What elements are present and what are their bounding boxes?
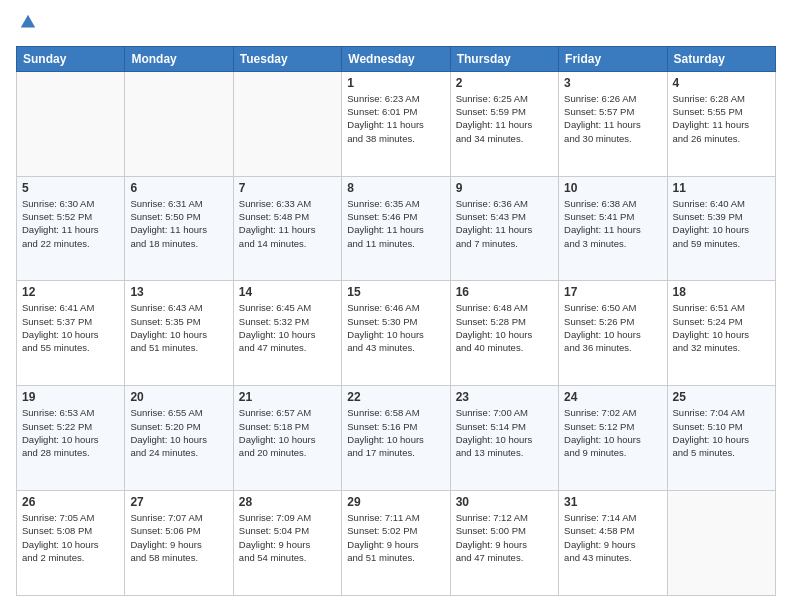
calendar-cell: 23Sunrise: 7:00 AM Sunset: 5:14 PM Dayli… <box>450 386 558 491</box>
day-number: 29 <box>347 495 444 509</box>
calendar-cell: 16Sunrise: 6:48 AM Sunset: 5:28 PM Dayli… <box>450 281 558 386</box>
calendar-cell: 25Sunrise: 7:04 AM Sunset: 5:10 PM Dayli… <box>667 386 775 491</box>
calendar-cell <box>233 71 341 176</box>
day-info: Sunrise: 6:33 AM Sunset: 5:48 PM Dayligh… <box>239 197 336 250</box>
day-number: 16 <box>456 285 553 299</box>
calendar-cell: 5Sunrise: 6:30 AM Sunset: 5:52 PM Daylig… <box>17 176 125 281</box>
day-number: 10 <box>564 181 661 195</box>
day-info: Sunrise: 6:35 AM Sunset: 5:46 PM Dayligh… <box>347 197 444 250</box>
calendar-cell: 13Sunrise: 6:43 AM Sunset: 5:35 PM Dayli… <box>125 281 233 386</box>
day-info: Sunrise: 6:48 AM Sunset: 5:28 PM Dayligh… <box>456 301 553 354</box>
logo <box>16 16 37 36</box>
day-number: 30 <box>456 495 553 509</box>
day-number: 8 <box>347 181 444 195</box>
day-info: Sunrise: 7:14 AM Sunset: 4:58 PM Dayligh… <box>564 511 661 564</box>
day-number: 9 <box>456 181 553 195</box>
day-number: 27 <box>130 495 227 509</box>
day-number: 21 <box>239 390 336 404</box>
week-row-5: 26Sunrise: 7:05 AM Sunset: 5:08 PM Dayli… <box>17 491 776 596</box>
day-number: 31 <box>564 495 661 509</box>
calendar-cell: 15Sunrise: 6:46 AM Sunset: 5:30 PM Dayli… <box>342 281 450 386</box>
day-info: Sunrise: 7:00 AM Sunset: 5:14 PM Dayligh… <box>456 406 553 459</box>
day-number: 14 <box>239 285 336 299</box>
week-row-3: 12Sunrise: 6:41 AM Sunset: 5:37 PM Dayli… <box>17 281 776 386</box>
calendar-cell: 8Sunrise: 6:35 AM Sunset: 5:46 PM Daylig… <box>342 176 450 281</box>
calendar-cell: 20Sunrise: 6:55 AM Sunset: 5:20 PM Dayli… <box>125 386 233 491</box>
day-info: Sunrise: 7:09 AM Sunset: 5:04 PM Dayligh… <box>239 511 336 564</box>
day-number: 23 <box>456 390 553 404</box>
col-friday: Friday <box>559 46 667 71</box>
day-info: Sunrise: 7:02 AM Sunset: 5:12 PM Dayligh… <box>564 406 661 459</box>
day-info: Sunrise: 7:07 AM Sunset: 5:06 PM Dayligh… <box>130 511 227 564</box>
day-number: 6 <box>130 181 227 195</box>
calendar-cell: 9Sunrise: 6:36 AM Sunset: 5:43 PM Daylig… <box>450 176 558 281</box>
day-number: 25 <box>673 390 770 404</box>
calendar-cell: 1Sunrise: 6:23 AM Sunset: 6:01 PM Daylig… <box>342 71 450 176</box>
calendar-cell: 17Sunrise: 6:50 AM Sunset: 5:26 PM Dayli… <box>559 281 667 386</box>
day-number: 20 <box>130 390 227 404</box>
header <box>16 16 776 36</box>
day-number: 15 <box>347 285 444 299</box>
calendar-cell: 7Sunrise: 6:33 AM Sunset: 5:48 PM Daylig… <box>233 176 341 281</box>
day-info: Sunrise: 6:31 AM Sunset: 5:50 PM Dayligh… <box>130 197 227 250</box>
day-info: Sunrise: 6:26 AM Sunset: 5:57 PM Dayligh… <box>564 92 661 145</box>
day-info: Sunrise: 6:38 AM Sunset: 5:41 PM Dayligh… <box>564 197 661 250</box>
day-number: 2 <box>456 76 553 90</box>
calendar-cell: 30Sunrise: 7:12 AM Sunset: 5:00 PM Dayli… <box>450 491 558 596</box>
calendar-cell: 29Sunrise: 7:11 AM Sunset: 5:02 PM Dayli… <box>342 491 450 596</box>
col-saturday: Saturday <box>667 46 775 71</box>
day-info: Sunrise: 6:28 AM Sunset: 5:55 PM Dayligh… <box>673 92 770 145</box>
day-info: Sunrise: 7:12 AM Sunset: 5:00 PM Dayligh… <box>456 511 553 564</box>
day-number: 7 <box>239 181 336 195</box>
logo-text <box>16 16 37 36</box>
calendar-cell: 11Sunrise: 6:40 AM Sunset: 5:39 PM Dayli… <box>667 176 775 281</box>
day-number: 26 <box>22 495 119 509</box>
day-info: Sunrise: 7:11 AM Sunset: 5:02 PM Dayligh… <box>347 511 444 564</box>
day-info: Sunrise: 6:53 AM Sunset: 5:22 PM Dayligh… <box>22 406 119 459</box>
day-number: 1 <box>347 76 444 90</box>
day-info: Sunrise: 6:36 AM Sunset: 5:43 PM Dayligh… <box>456 197 553 250</box>
day-info: Sunrise: 6:23 AM Sunset: 6:01 PM Dayligh… <box>347 92 444 145</box>
calendar-cell: 26Sunrise: 7:05 AM Sunset: 5:08 PM Dayli… <box>17 491 125 596</box>
day-number: 18 <box>673 285 770 299</box>
day-number: 11 <box>673 181 770 195</box>
calendar-cell: 24Sunrise: 7:02 AM Sunset: 5:12 PM Dayli… <box>559 386 667 491</box>
day-info: Sunrise: 6:58 AM Sunset: 5:16 PM Dayligh… <box>347 406 444 459</box>
day-info: Sunrise: 7:05 AM Sunset: 5:08 PM Dayligh… <box>22 511 119 564</box>
day-info: Sunrise: 7:04 AM Sunset: 5:10 PM Dayligh… <box>673 406 770 459</box>
col-wednesday: Wednesday <box>342 46 450 71</box>
calendar-cell: 22Sunrise: 6:58 AM Sunset: 5:16 PM Dayli… <box>342 386 450 491</box>
calendar-cell <box>125 71 233 176</box>
calendar-cell: 18Sunrise: 6:51 AM Sunset: 5:24 PM Dayli… <box>667 281 775 386</box>
svg-marker-0 <box>21 15 35 28</box>
calendar-cell: 27Sunrise: 7:07 AM Sunset: 5:06 PM Dayli… <box>125 491 233 596</box>
week-row-2: 5Sunrise: 6:30 AM Sunset: 5:52 PM Daylig… <box>17 176 776 281</box>
col-sunday: Sunday <box>17 46 125 71</box>
day-number: 3 <box>564 76 661 90</box>
day-info: Sunrise: 6:43 AM Sunset: 5:35 PM Dayligh… <box>130 301 227 354</box>
calendar-table: Sunday Monday Tuesday Wednesday Thursday… <box>16 46 776 596</box>
calendar-cell <box>667 491 775 596</box>
col-monday: Monday <box>125 46 233 71</box>
day-info: Sunrise: 6:25 AM Sunset: 5:59 PM Dayligh… <box>456 92 553 145</box>
calendar-cell: 28Sunrise: 7:09 AM Sunset: 5:04 PM Dayli… <box>233 491 341 596</box>
day-info: Sunrise: 6:57 AM Sunset: 5:18 PM Dayligh… <box>239 406 336 459</box>
day-number: 22 <box>347 390 444 404</box>
day-number: 19 <box>22 390 119 404</box>
day-info: Sunrise: 6:46 AM Sunset: 5:30 PM Dayligh… <box>347 301 444 354</box>
calendar-cell: 12Sunrise: 6:41 AM Sunset: 5:37 PM Dayli… <box>17 281 125 386</box>
logo-icon <box>19 13 37 31</box>
calendar-cell: 31Sunrise: 7:14 AM Sunset: 4:58 PM Dayli… <box>559 491 667 596</box>
day-info: Sunrise: 6:45 AM Sunset: 5:32 PM Dayligh… <box>239 301 336 354</box>
day-info: Sunrise: 6:41 AM Sunset: 5:37 PM Dayligh… <box>22 301 119 354</box>
header-row: Sunday Monday Tuesday Wednesday Thursday… <box>17 46 776 71</box>
day-number: 4 <box>673 76 770 90</box>
day-number: 5 <box>22 181 119 195</box>
calendar-cell: 10Sunrise: 6:38 AM Sunset: 5:41 PM Dayli… <box>559 176 667 281</box>
day-number: 17 <box>564 285 661 299</box>
day-info: Sunrise: 6:30 AM Sunset: 5:52 PM Dayligh… <box>22 197 119 250</box>
day-info: Sunrise: 6:55 AM Sunset: 5:20 PM Dayligh… <box>130 406 227 459</box>
col-thursday: Thursday <box>450 46 558 71</box>
day-number: 12 <box>22 285 119 299</box>
calendar-cell: 3Sunrise: 6:26 AM Sunset: 5:57 PM Daylig… <box>559 71 667 176</box>
